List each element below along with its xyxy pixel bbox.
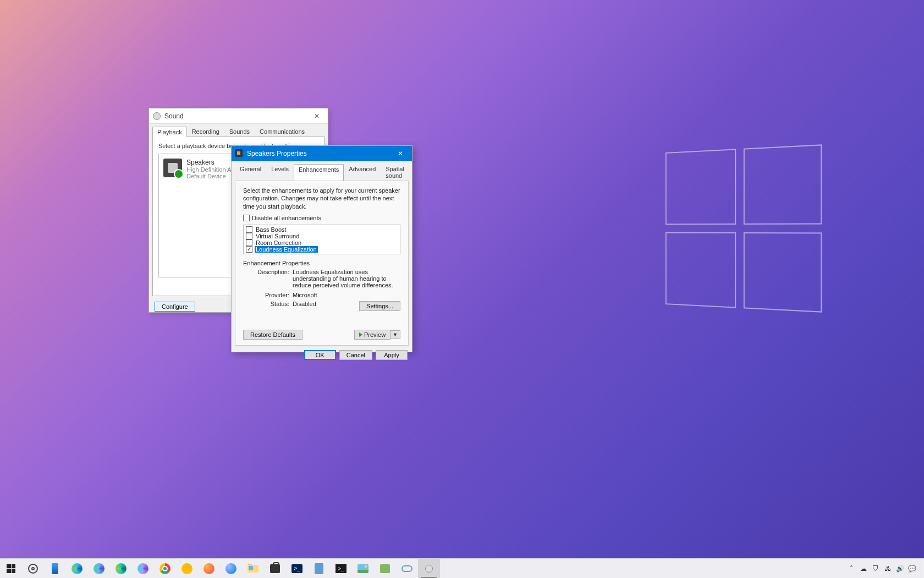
disable-all-checkbox[interactable] bbox=[243, 215, 250, 221]
disable-all-label: Disable all enhancements bbox=[252, 215, 321, 221]
preview-dropdown-button[interactable]: ▼ bbox=[391, 330, 400, 339]
enhancements-list[interactable]: Bass Boost Virtual Surround Room Correct… bbox=[243, 225, 400, 254]
props-dialog-footer: OK Cancel Apply bbox=[232, 346, 412, 364]
taskbar-firefox-nightly[interactable] bbox=[220, 559, 242, 578]
tab-advanced[interactable]: Advanced bbox=[344, 163, 381, 181]
enhancement-properties-heading: Enhancement Properties bbox=[243, 260, 400, 266]
taskbar-task[interactable] bbox=[374, 559, 396, 578]
taskbar-notes[interactable] bbox=[308, 559, 330, 578]
enh-virtual-surround[interactable]: Virtual Surround bbox=[246, 233, 398, 239]
folder-icon bbox=[248, 565, 258, 572]
taskbar-settings[interactable] bbox=[22, 559, 44, 578]
sound-dialog-titlebar[interactable]: Sound ✕ bbox=[149, 108, 328, 124]
terminal-icon: >_ bbox=[336, 564, 346, 573]
device-name: Speakers bbox=[186, 159, 234, 166]
taskbar-edge[interactable] bbox=[66, 559, 88, 578]
taskbar-terminal[interactable]: >_ bbox=[330, 559, 352, 578]
props-dialog-title: Speakers Properties bbox=[247, 150, 389, 157]
checkbox[interactable] bbox=[246, 246, 252, 253]
speaker-icon bbox=[235, 149, 244, 158]
provider-label: Provider: bbox=[254, 292, 293, 298]
system-tray: ˄ ☁ ⛉ 🖧 🔊 💬 bbox=[843, 559, 921, 578]
props-dialog-titlebar[interactable]: Speakers Properties ✕ bbox=[232, 146, 412, 161]
preview-button-group: Preview ▼ bbox=[354, 330, 400, 340]
sound-tabs: Playback Recording Sounds Communications bbox=[149, 124, 328, 137]
edge-dev-icon bbox=[116, 563, 127, 574]
tab-communications[interactable]: Communications bbox=[255, 126, 310, 137]
photo-icon bbox=[358, 564, 369, 573]
tab-spatial-sound[interactable]: Spatial sound bbox=[381, 163, 409, 181]
phone-icon bbox=[52, 563, 58, 574]
firefox-icon bbox=[204, 563, 215, 574]
edge-icon bbox=[72, 563, 82, 574]
sound-dialog-title: Sound bbox=[164, 112, 306, 120]
tray-security-icon[interactable]: ⛉ bbox=[871, 564, 880, 573]
status-value: Disabled bbox=[293, 301, 316, 307]
preview-button[interactable]: Preview bbox=[354, 330, 391, 340]
taskbar-edge-beta[interactable] bbox=[88, 559, 110, 578]
tab-enhancements[interactable]: Enhancements bbox=[294, 164, 344, 181]
close-button[interactable]: ✕ bbox=[306, 108, 328, 124]
checkbox[interactable] bbox=[246, 226, 252, 233]
ok-button[interactable]: OK bbox=[304, 350, 336, 360]
tray-overflow-chevron[interactable]: ˄ bbox=[847, 564, 856, 573]
gear-icon bbox=[28, 564, 38, 574]
taskbar-edge-canary[interactable] bbox=[132, 559, 154, 578]
enh-bass-boost[interactable]: Bass Boost bbox=[246, 226, 398, 233]
enh-room-correction[interactable]: Room Correction bbox=[246, 239, 398, 246]
desc-label: Description: bbox=[254, 269, 293, 288]
provider-value: Microsoft bbox=[293, 292, 317, 298]
disable-all-row[interactable]: Disable all enhancements bbox=[243, 215, 400, 221]
sound-cpl-icon bbox=[425, 565, 433, 572]
taskbar-powershell[interactable]: >_ bbox=[286, 559, 308, 578]
taskbar-store[interactable] bbox=[264, 559, 286, 578]
chrome-canary-icon bbox=[182, 563, 193, 574]
cancel-button[interactable]: Cancel bbox=[339, 350, 372, 360]
taskbar-onedrive[interactable] bbox=[396, 559, 418, 578]
speaker-device-icon bbox=[163, 159, 182, 177]
tray-volume-icon[interactable]: 🔊 bbox=[895, 564, 904, 573]
taskbar-chrome-canary[interactable] bbox=[176, 559, 198, 578]
taskbar-phone[interactable] bbox=[44, 559, 66, 578]
status-label: Status: bbox=[254, 301, 293, 307]
taskbar-file-explorer[interactable] bbox=[242, 559, 264, 578]
settings-button[interactable]: Settings... bbox=[359, 301, 400, 311]
device-status: Default Device bbox=[186, 173, 234, 179]
taskbar-firefox[interactable] bbox=[198, 559, 220, 578]
taskbar-chrome[interactable] bbox=[154, 559, 176, 578]
apply-button[interactable]: Apply bbox=[376, 350, 408, 360]
edge-beta-icon bbox=[94, 563, 105, 574]
show-desktop-button[interactable] bbox=[921, 559, 924, 578]
tray-action-center-icon[interactable]: 💬 bbox=[908, 564, 916, 573]
tray-network-icon[interactable]: 🖧 bbox=[883, 564, 892, 573]
enhancements-panel: Select the enhancements to apply for you… bbox=[235, 181, 409, 346]
taskbar-sound-control-panel[interactable] bbox=[418, 559, 440, 578]
tab-playback[interactable]: Playback bbox=[152, 127, 187, 137]
taskbar-right: ˄ ☁ ⛉ 🖧 🔊 💬 bbox=[843, 559, 924, 578]
tab-sounds[interactable]: Sounds bbox=[224, 126, 255, 137]
chrome-icon bbox=[160, 563, 170, 574]
taskbar: >_ >_ ˄ ☁ ⛉ 🖧 🔊 💬 bbox=[0, 558, 924, 578]
checkbox[interactable] bbox=[246, 239, 252, 246]
edge-canary-icon bbox=[138, 563, 148, 574]
desc-value: Loudness Equalization uses understanding… bbox=[293, 269, 397, 288]
start-button[interactable] bbox=[0, 559, 22, 578]
enhancements-description: Select the enhancements to apply for you… bbox=[243, 187, 400, 210]
enh-loudness-equalization[interactable]: Loudness Equalization bbox=[246, 246, 398, 253]
store-icon bbox=[270, 564, 280, 573]
tab-general[interactable]: General bbox=[235, 163, 266, 181]
taskbar-photos[interactable] bbox=[352, 559, 374, 578]
configure-button[interactable]: Configure bbox=[155, 302, 195, 312]
notes-icon bbox=[315, 563, 323, 574]
task-icon bbox=[380, 564, 390, 573]
tab-levels[interactable]: Levels bbox=[266, 163, 294, 181]
taskbar-left: >_ >_ bbox=[0, 559, 440, 578]
cloud-icon bbox=[402, 565, 413, 572]
taskbar-edge-dev[interactable] bbox=[110, 559, 132, 578]
powershell-icon: >_ bbox=[292, 564, 302, 573]
checkbox[interactable] bbox=[246, 233, 252, 239]
restore-defaults-button[interactable]: Restore Defaults bbox=[243, 330, 302, 340]
tray-onedrive-icon[interactable]: ☁ bbox=[859, 564, 868, 573]
tab-recording[interactable]: Recording bbox=[187, 126, 224, 137]
close-button[interactable]: ✕ bbox=[389, 146, 412, 161]
